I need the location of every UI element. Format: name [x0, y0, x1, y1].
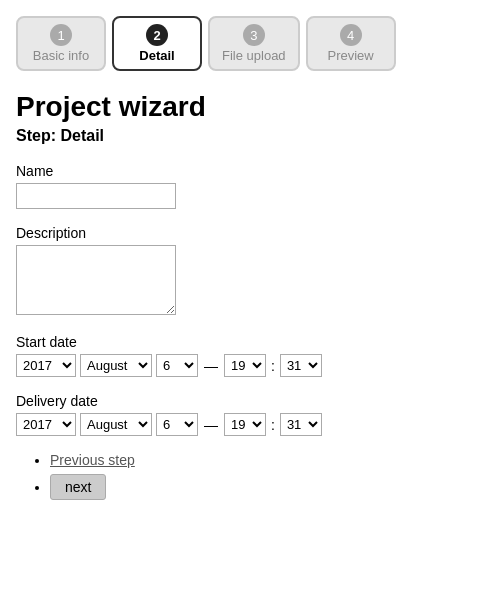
start-time-colon: :	[271, 358, 275, 374]
delivery-year-select[interactable]: 201520162017201820192020	[16, 413, 76, 436]
start-date-row: 201520162017201820192020 JanuaryFebruary…	[16, 354, 488, 377]
wizard-steps: 1 Basic info 2 Detail 3 File upload 4 Pr…	[16, 16, 488, 71]
delivery-date-separator: —	[204, 417, 218, 433]
start-day-select[interactable]: 1234567891011121314151617181920212223242…	[156, 354, 198, 377]
start-year-select[interactable]: 201520162017201820192020	[16, 354, 76, 377]
delivery-month-select[interactable]: JanuaryFebruaryMarchAprilMayJuneJulyAugu…	[80, 413, 152, 436]
step-label-detail: Detail	[139, 48, 174, 63]
delivery-date-group: Delivery date 201520162017201820192020 J…	[16, 393, 488, 436]
next-button[interactable]: next	[50, 474, 106, 500]
delivery-day-select[interactable]: 1234567891011121314151617181920212223242…	[156, 413, 198, 436]
step-number-4: 4	[340, 24, 362, 46]
name-label: Name	[16, 163, 488, 179]
actions-list: Previous step next	[32, 452, 488, 500]
start-date-group: Start date 201520162017201820192020 Janu…	[16, 334, 488, 377]
description-group: Description	[16, 225, 488, 318]
step-subtitle: Step: Detail	[16, 127, 488, 145]
next-item: next	[50, 474, 488, 500]
step-number-2: 2	[146, 24, 168, 46]
start-minute-select[interactable]: 05101520253031354045505559	[280, 354, 322, 377]
step-label-file-upload: File upload	[222, 48, 286, 63]
previous-step-link[interactable]: Previous step	[50, 452, 135, 468]
name-group: Name	[16, 163, 488, 209]
delivery-date-row: 201520162017201820192020 JanuaryFebruary…	[16, 413, 488, 436]
name-input[interactable]	[16, 183, 176, 209]
start-month-select[interactable]: JanuaryFebruaryMarchAprilMayJuneJulyAugu…	[80, 354, 152, 377]
step-basic-info[interactable]: 1 Basic info	[16, 16, 106, 71]
step-label-basic-info: Basic info	[33, 48, 89, 63]
step-number-3: 3	[243, 24, 265, 46]
delivery-minute-select[interactable]: 05101520253031354045505559	[280, 413, 322, 436]
start-date-label: Start date	[16, 334, 488, 350]
step-detail[interactable]: 2 Detail	[112, 16, 202, 71]
start-date-separator: —	[204, 358, 218, 374]
actions-section: Previous step next	[16, 452, 488, 500]
delivery-date-label: Delivery date	[16, 393, 488, 409]
delivery-time-colon: :	[271, 417, 275, 433]
page-title: Project wizard	[16, 91, 488, 123]
previous-step-item: Previous step	[50, 452, 488, 468]
step-file-upload[interactable]: 3 File upload	[208, 16, 300, 71]
description-input[interactable]	[16, 245, 176, 315]
description-label: Description	[16, 225, 488, 241]
step-number-1: 1	[50, 24, 72, 46]
start-hour-select[interactable]: 01234567891011121314151617181920212223	[224, 354, 266, 377]
step-preview[interactable]: 4 Preview	[306, 16, 396, 71]
delivery-hour-select[interactable]: 01234567891011121314151617181920212223	[224, 413, 266, 436]
step-label-preview: Preview	[327, 48, 373, 63]
